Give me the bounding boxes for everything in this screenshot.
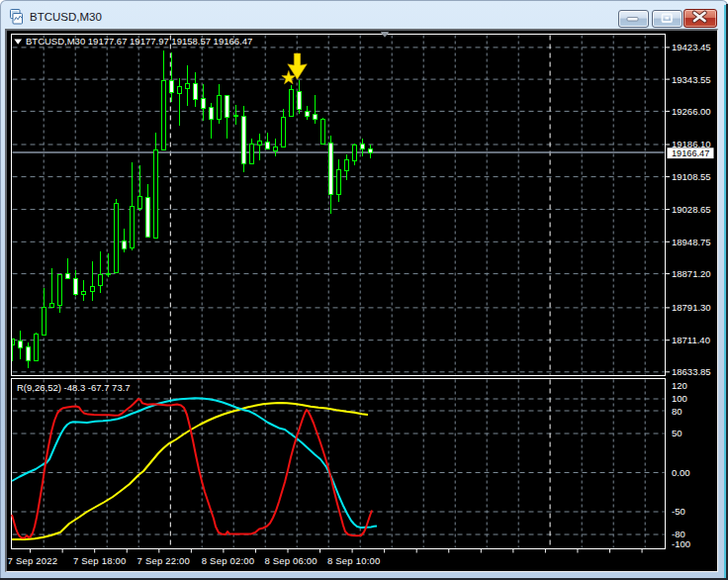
svg-text:50: 50 bbox=[672, 428, 682, 438]
svg-text:18948.75: 18948.75 bbox=[672, 237, 711, 247]
svg-text:19266.00: 19266.00 bbox=[672, 106, 711, 117]
svg-text:7 Sep 2022: 7 Sep 2022 bbox=[8, 555, 58, 566]
svg-text:18791.30: 18791.30 bbox=[672, 302, 711, 313]
svg-text:19343.55: 19343.55 bbox=[672, 74, 711, 85]
svg-text:8 Sep 02:00: 8 Sep 02:00 bbox=[202, 555, 254, 566]
svg-text:120: 120 bbox=[672, 380, 687, 391]
svg-text:19166.47: 19166.47 bbox=[672, 148, 709, 158]
svg-text:-100: -100 bbox=[672, 538, 690, 549]
svg-text:18633.85: 18633.85 bbox=[672, 366, 711, 377]
svg-text:19028.65: 19028.65 bbox=[672, 204, 711, 215]
svg-text:18711.40: 18711.40 bbox=[672, 335, 710, 345]
svg-text:19423.45: 19423.45 bbox=[672, 42, 711, 52]
svg-text:0.00: 0.00 bbox=[672, 467, 690, 478]
svg-text:7 Sep 22:00: 7 Sep 22:00 bbox=[137, 555, 190, 566]
svg-text:18871.20: 18871.20 bbox=[672, 268, 711, 279]
svg-text:BTCUSD,M30 19177.67 19177.97: BTCUSD,M30 19177.67 19177.97 19158.57 19… bbox=[26, 36, 252, 47]
svg-text:8 Sep 10:00: 8 Sep 10:00 bbox=[327, 555, 380, 566]
svg-text:80: 80 bbox=[672, 406, 682, 417]
svg-text:7 Sep 18:00: 7 Sep 18:00 bbox=[73, 555, 126, 566]
svg-text:-50: -50 bbox=[672, 506, 685, 517]
svg-text:19108.55: 19108.55 bbox=[672, 171, 711, 182]
svg-text:8 Sep 06:00: 8 Sep 06:00 bbox=[264, 555, 317, 566]
svg-text:R(9,26,52) -48.3 -67.7 73.7: R(9,26,52) -48.3 -67.7 73.7 bbox=[17, 382, 131, 393]
svg-text:100: 100 bbox=[672, 393, 687, 404]
